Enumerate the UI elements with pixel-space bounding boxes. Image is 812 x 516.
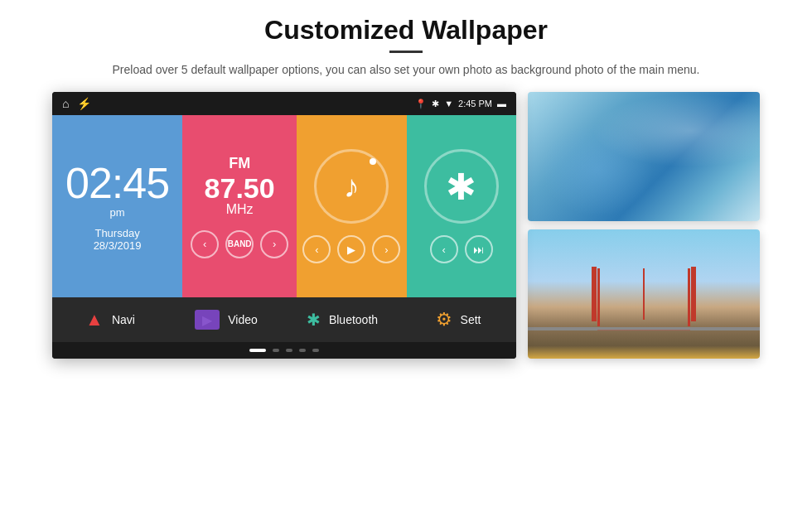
bt-controls: ‹ ⏭ xyxy=(430,235,493,263)
music-next-button[interactable]: › xyxy=(372,235,400,263)
music-play-button[interactable]: ▶ xyxy=(337,235,365,263)
radio-controls: ‹ BAND › xyxy=(191,230,288,258)
dot-4[interactable] xyxy=(299,349,306,352)
location-icon: 📍 xyxy=(415,99,427,109)
navi-icon: ▲ xyxy=(85,309,104,330)
usb-icon: ⚡ xyxy=(77,97,91,110)
bt-circle: ✱ xyxy=(424,149,499,224)
clock-ampm: pm xyxy=(110,206,125,219)
bt-prev-button[interactable]: ‹ xyxy=(430,235,458,263)
photo-ice xyxy=(528,92,760,221)
music-note-icon: ♪ xyxy=(344,169,360,205)
bluetooth-label: Bluetooth xyxy=(329,313,378,326)
video-label: Video xyxy=(228,313,258,326)
radio-unit: MHz xyxy=(226,202,254,217)
video-icon: ▶ xyxy=(195,310,220,330)
navi-label: Navi xyxy=(112,313,135,326)
radio-label: FM xyxy=(229,155,250,172)
radio-band-button[interactable]: BAND xyxy=(225,230,254,258)
bluetooth-status-icon: ✱ xyxy=(432,99,439,109)
nav-video[interactable]: ▶ Video xyxy=(168,297,284,342)
music-dot xyxy=(370,158,376,165)
status-bar: ⌂ ⚡ 📍 ✱ ▼ 2:45 PM ▬ xyxy=(52,92,516,115)
main-content: ⌂ ⚡ 📍 ✱ ▼ 2:45 PM ▬ 02:45 pm Thursday 28… xyxy=(0,85,812,359)
status-left: ⌂ ⚡ xyxy=(62,97,91,110)
nav-bluetooth[interactable]: ✱ Bluetooth xyxy=(284,297,400,342)
page-subtitle: Preload over 5 default wallpaper options… xyxy=(50,61,762,79)
nav-row: ▲ Navi ▶ Video ✱ Bluetooth ⚙ Sett xyxy=(52,297,516,342)
dot-5[interactable] xyxy=(312,349,319,352)
nav-bluetooth-icon: ✱ xyxy=(307,310,321,330)
music-prev-button[interactable]: ‹ xyxy=(302,235,331,263)
photos-stack xyxy=(528,92,760,359)
radio-tile[interactable]: FM 87.50 MHz ‹ BAND › xyxy=(182,115,297,297)
wifi-icon: ▼ xyxy=(444,99,453,109)
title-divider xyxy=(389,51,423,53)
clock-date: Thursday 28/3/2019 xyxy=(94,227,142,252)
radio-prev-button[interactable]: ‹ xyxy=(191,230,219,258)
tiles-grid: 02:45 pm Thursday 28/3/2019 FM 87.50 MHz… xyxy=(52,115,516,297)
music-tile[interactable]: ♪ ‹ ▶ › xyxy=(297,115,406,297)
clock-time: 02:45 xyxy=(65,162,169,205)
settings-label: Sett xyxy=(461,313,481,326)
dot-2[interactable] xyxy=(273,349,279,352)
page-header: Customized Wallpaper Preload over 5 defa… xyxy=(0,0,812,85)
dot-3[interactable] xyxy=(286,349,292,352)
clock-tile[interactable]: 02:45 pm Thursday 28/3/2019 xyxy=(52,115,182,297)
device-screen: ⌂ ⚡ 📍 ✱ ▼ 2:45 PM ▬ 02:45 pm Thursday 28… xyxy=(52,92,516,359)
photo-bridge xyxy=(528,229,760,359)
nav-settings[interactable]: ⚙ Sett xyxy=(400,297,516,342)
bluetooth-tile[interactable]: ✱ ‹ ⏭ xyxy=(407,115,516,297)
nav-navi[interactable]: ▲ Navi xyxy=(52,297,168,342)
time-display: 2:45 PM xyxy=(458,99,492,109)
bt-next-button[interactable]: ⏭ xyxy=(465,235,493,263)
dot-1[interactable] xyxy=(249,349,266,352)
page-title: Customized Wallpaper xyxy=(50,15,762,46)
dots-row xyxy=(52,342,516,359)
status-right: 📍 ✱ ▼ 2:45 PM ▬ xyxy=(415,99,506,109)
battery-icon: ▬ xyxy=(497,99,506,109)
music-circle: ♪ xyxy=(314,149,389,224)
settings-icon: ⚙ xyxy=(436,309,452,330)
bluetooth-icon: ✱ xyxy=(446,166,476,208)
home-icon: ⌂ xyxy=(62,97,69,110)
radio-frequency: 87.50 xyxy=(205,174,275,202)
music-controls: ‹ ▶ › xyxy=(302,235,400,263)
radio-next-button[interactable]: › xyxy=(260,230,288,258)
